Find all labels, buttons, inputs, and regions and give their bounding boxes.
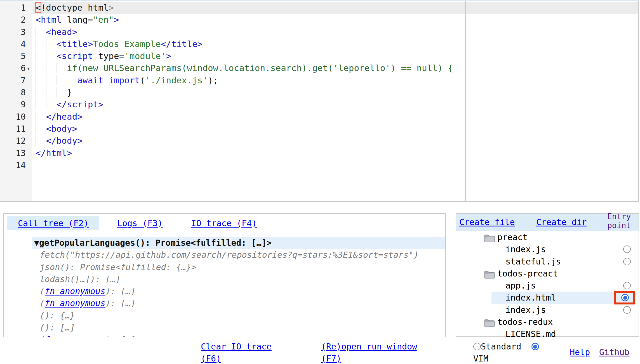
- file-name[interactable]: stateful.js: [505, 256, 561, 268]
- call-tree-row[interactable]: json(): Promise<fulfilled: {…}>: [4, 261, 445, 273]
- file-name[interactable]: index.js: [505, 304, 546, 316]
- tab-call-tree[interactable]: Call tree (F2): [7, 216, 99, 230]
- code-line[interactable]: 6▾ if(new URLSearchParams(window.locatio…: [0, 62, 638, 74]
- file-name[interactable]: LICENSE.md: [505, 328, 556, 340]
- create-file-link[interactable]: Create file: [459, 217, 515, 227]
- call-row-text: (): […]: [40, 323, 75, 332]
- code-line[interactable]: 14: [0, 159, 638, 171]
- tab-logs-label[interactable]: Logs (F3): [117, 218, 163, 228]
- entry-point-radio[interactable]: [621, 294, 629, 301]
- file-tree-file-row[interactable]: stateful.js: [456, 256, 639, 268]
- tab-io-trace-label[interactable]: IO trace (F4): [191, 218, 257, 228]
- file-tree-dir-row[interactable]: todos-redux: [456, 316, 639, 328]
- create-dir-link[interactable]: Create dir: [536, 217, 587, 227]
- code-line[interactable]: 8 }: [0, 86, 638, 98]
- code-token: }: [67, 87, 72, 97]
- code-line[interactable]: 12 </body>: [0, 135, 638, 147]
- entry-point-link[interactable]: Entry point: [607, 212, 636, 230]
- call-tree-row[interactable]: (): {…}: [4, 309, 445, 322]
- code-token: 'module': [124, 51, 166, 61]
- entry-point-radio[interactable]: [623, 282, 631, 289]
- code-line[interactable]: 11 <body>: [0, 123, 638, 135]
- line-number: 9: [0, 98, 26, 110]
- call-row-text: lodash([…]): […]: [40, 274, 121, 284]
- code-token: >: [166, 51, 171, 61]
- call-tree-row[interactable]: fetch("https://api.github.com/search/rep…: [4, 249, 445, 261]
- clear-io-trace-link[interactable]: Clear IO trace (F6): [201, 341, 272, 364]
- reopen-run-window-line2[interactable]: (F7): [321, 353, 417, 364]
- file-name[interactable]: index.js: [505, 243, 546, 255]
- folder-icon: [484, 270, 495, 278]
- code-token: [62, 15, 67, 25]
- code-token: [36, 39, 57, 49]
- code-line[interactable]: 1<!doctype html>: [0, 2, 638, 14]
- file-tree-panel: Create file Create dir Entry point preac…: [456, 213, 639, 337]
- help-link[interactable]: Help: [570, 346, 590, 358]
- code-line[interactable]: 5 <script type='module'>: [0, 50, 638, 62]
- entry-point-radio[interactable]: [623, 306, 631, 314]
- file-tree-file-row[interactable]: app.js: [456, 280, 639, 292]
- code-editor[interactable]: 1<!doctype html>2<html lang="en">3 <head…: [0, 0, 639, 202]
- call-row-text: (: [40, 286, 45, 296]
- line-number: 6: [0, 62, 26, 74]
- code-token: (: [140, 75, 145, 85]
- clear-io-trace-line1[interactable]: Clear IO trace: [201, 341, 272, 353]
- folder-icon: [484, 233, 495, 242]
- call-tree-row[interactable]: lodash([…]): […]: [4, 273, 445, 285]
- call-tree-row[interactable]: (fn anonymous): […]: [4, 334, 445, 337]
- fn-anonymous-link[interactable]: fn anonymous: [45, 335, 105, 337]
- file-tree-dir-row[interactable]: todos-preact: [456, 268, 639, 280]
- code-token: Todos Example: [93, 39, 161, 49]
- line-number: 1: [0, 2, 26, 14]
- code-token: </script>: [57, 99, 103, 109]
- file-tree-file-row[interactable]: index.js: [456, 304, 639, 316]
- entry-point-radio[interactable]: [623, 245, 631, 253]
- code-token: <title>: [57, 39, 93, 49]
- code-token: './index.js': [145, 75, 208, 85]
- folder-icon: [484, 318, 495, 327]
- file-tree-header: Create file Create dir Entry point: [456, 214, 639, 231]
- code-line[interactable]: 4 <title>Todos Example</title>: [0, 38, 638, 50]
- fold-arrow-icon[interactable]: ▾: [27, 63, 30, 75]
- clear-io-trace-line2[interactable]: (F6): [201, 353, 272, 364]
- code-line[interactable]: 2<html lang="en">: [0, 14, 638, 26]
- reopen-run-window-line1[interactable]: (Re)open run window: [321, 341, 417, 353]
- code-line[interactable]: 9 </script>: [0, 98, 638, 110]
- code-line[interactable]: 10 </head>: [0, 111, 638, 123]
- call-tree-row[interactable]: (fn anonymous): […]: [4, 285, 445, 297]
- call-tree-row[interactable]: (): […]: [4, 322, 445, 334]
- call-tree-row[interactable]: (fn anonymous): […]: [4, 297, 445, 309]
- vim-mode-radio[interactable]: [531, 343, 539, 350]
- call-row-text: ): […]: [105, 298, 136, 308]
- code-line[interactable]: 7 await import('./index.js');: [0, 74, 638, 86]
- file-tree-file-row[interactable]: index.html: [456, 292, 639, 304]
- file-name[interactable]: index.html: [505, 292, 556, 304]
- keybindings-mode-switch: Standard VIM: [473, 341, 539, 364]
- file-tree-dir-row[interactable]: preact: [456, 231, 639, 243]
- code-token: >: [114, 15, 119, 25]
- call-row-text: (: [40, 298, 45, 308]
- standard-mode-label[interactable]: Standard: [481, 342, 521, 351]
- call-tree-root-row[interactable]: ▼getPopularLanguages(): Promise<fulfille…: [4, 237, 445, 249]
- tab-call-tree-label[interactable]: Call tree (F2): [18, 218, 89, 228]
- reopen-run-window-link[interactable]: (Re)open run window (F7): [321, 341, 417, 364]
- code-line[interactable]: 13</html>: [0, 147, 638, 159]
- entry-point-radio[interactable]: [623, 258, 631, 265]
- tab-io-trace[interactable]: IO trace (F4): [180, 216, 267, 230]
- code-line[interactable]: 3 <head>: [0, 26, 638, 38]
- dir-name[interactable]: todos-preact: [497, 268, 558, 280]
- fn-anonymous-link[interactable]: fn anonymous: [45, 286, 105, 296]
- github-link[interactable]: Github: [599, 346, 629, 358]
- code-text: </body>: [36, 135, 83, 147]
- file-tree-file-row[interactable]: index.js: [456, 243, 639, 255]
- dir-name[interactable]: preact: [497, 231, 528, 243]
- dir-name[interactable]: todos-redux: [497, 316, 553, 328]
- standard-mode-radio[interactable]: [473, 343, 481, 350]
- tab-logs[interactable]: Logs (F3): [107, 216, 173, 230]
- line-number: 14: [0, 159, 26, 171]
- vim-mode-label[interactable]: VIM: [473, 353, 539, 364]
- file-name[interactable]: app.js: [505, 280, 536, 292]
- line-number: 5: [0, 50, 26, 62]
- code-token: =: [88, 15, 93, 25]
- fn-anonymous-link[interactable]: fn anonymous: [45, 298, 105, 308]
